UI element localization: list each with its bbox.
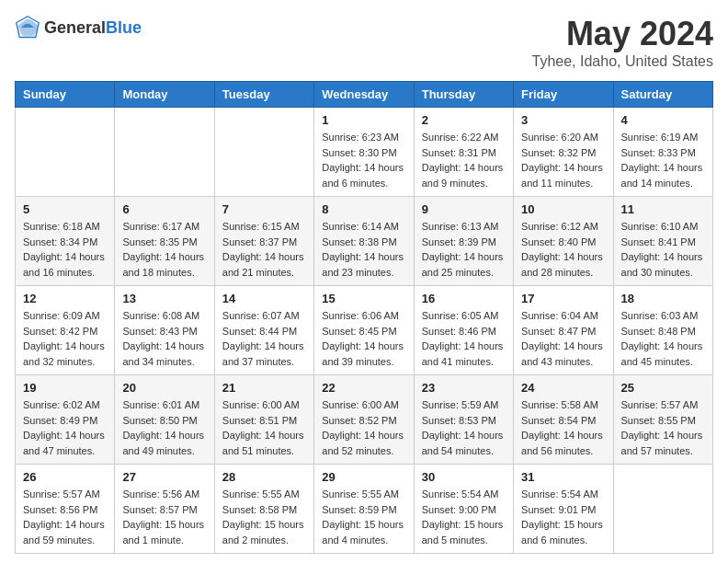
calendar-empty-cell bbox=[613, 465, 712, 554]
month-title: May 2024 bbox=[532, 15, 713, 53]
calendar-week-row: 12Sunrise: 6:09 AMSunset: 8:42 PMDayligh… bbox=[16, 286, 713, 375]
day-number: 10 bbox=[521, 202, 605, 216]
day-number: 24 bbox=[521, 381, 605, 395]
day-info: Sunrise: 6:23 AMSunset: 8:30 PMDaylight:… bbox=[322, 130, 405, 190]
day-info: Sunrise: 6:02 AMSunset: 8:49 PMDaylight:… bbox=[23, 397, 107, 458]
calendar-day-8: 8Sunrise: 6:14 AMSunset: 8:38 PMDaylight… bbox=[314, 197, 414, 286]
day-info: Sunrise: 6:22 AMSunset: 8:31 PMDaylight:… bbox=[422, 130, 506, 190]
day-info: Sunrise: 5:58 AMSunset: 8:54 PMDaylight:… bbox=[521, 397, 605, 458]
calendar-empty-cell bbox=[214, 108, 313, 197]
header: GeneralBlue May 2024 Tyhee, Idaho, Unite… bbox=[15, 15, 713, 70]
calendar-header-wednesday: Wednesday bbox=[314, 82, 414, 108]
calendar-week-row: 1Sunrise: 6:23 AMSunset: 8:30 PMDaylight… bbox=[16, 108, 713, 197]
day-number: 11 bbox=[621, 202, 705, 216]
calendar-day-3: 3Sunrise: 6:20 AMSunset: 8:32 PMDaylight… bbox=[514, 108, 613, 197]
day-info: Sunrise: 6:14 AMSunset: 8:38 PMDaylight:… bbox=[322, 219, 405, 280]
day-info: Sunrise: 5:55 AMSunset: 8:59 PMDaylight:… bbox=[322, 487, 405, 547]
calendar-header-thursday: Thursday bbox=[414, 82, 513, 108]
calendar-header-saturday: Saturday bbox=[613, 82, 712, 108]
day-number: 22 bbox=[322, 381, 405, 395]
day-info: Sunrise: 6:09 AMSunset: 8:42 PMDaylight:… bbox=[23, 308, 107, 369]
day-info: Sunrise: 6:01 AMSunset: 8:50 PMDaylight:… bbox=[122, 397, 206, 458]
logo-blue: Blue bbox=[106, 18, 142, 37]
calendar-day-19: 19Sunrise: 6:02 AMSunset: 8:49 PMDayligh… bbox=[16, 375, 115, 465]
day-info: Sunrise: 6:20 AMSunset: 8:32 PMDaylight:… bbox=[521, 130, 605, 190]
calendar-day-26: 26Sunrise: 5:57 AMSunset: 8:56 PMDayligh… bbox=[16, 465, 115, 554]
day-info: Sunrise: 6:00 AMSunset: 8:52 PMDaylight:… bbox=[322, 397, 405, 458]
calendar-day-29: 29Sunrise: 5:55 AMSunset: 8:59 PMDayligh… bbox=[314, 465, 414, 554]
calendar-day-20: 20Sunrise: 6:01 AMSunset: 8:50 PMDayligh… bbox=[115, 375, 214, 465]
day-number: 6 bbox=[122, 202, 206, 216]
day-number: 3 bbox=[521, 113, 605, 127]
calendar-day-21: 21Sunrise: 6:00 AMSunset: 8:51 PMDayligh… bbox=[214, 375, 313, 465]
calendar-day-12: 12Sunrise: 6:09 AMSunset: 8:42 PMDayligh… bbox=[16, 286, 115, 375]
day-number: 15 bbox=[322, 292, 405, 305]
calendar-header-sunday: Sunday bbox=[16, 82, 115, 108]
calendar-day-17: 17Sunrise: 6:04 AMSunset: 8:47 PMDayligh… bbox=[514, 286, 613, 375]
calendar-day-30: 30Sunrise: 5:54 AMSunset: 9:00 PMDayligh… bbox=[414, 465, 513, 554]
day-number: 12 bbox=[23, 292, 107, 305]
calendar-day-10: 10Sunrise: 6:12 AMSunset: 8:40 PMDayligh… bbox=[514, 197, 613, 286]
day-number: 26 bbox=[23, 470, 107, 484]
calendar-day-25: 25Sunrise: 5:57 AMSunset: 8:55 PMDayligh… bbox=[613, 375, 712, 465]
generalblue-logo-icon bbox=[15, 15, 40, 40]
day-info: Sunrise: 6:03 AMSunset: 8:48 PMDaylight:… bbox=[621, 308, 705, 369]
calendar-header-monday: Monday bbox=[115, 82, 214, 108]
day-number: 8 bbox=[322, 202, 405, 216]
day-info: Sunrise: 5:54 AMSunset: 9:00 PMDaylight:… bbox=[422, 487, 506, 547]
day-number: 19 bbox=[23, 381, 107, 395]
day-number: 23 bbox=[422, 381, 506, 395]
calendar-day-2: 2Sunrise: 6:22 AMSunset: 8:31 PMDaylight… bbox=[414, 108, 513, 197]
day-number: 13 bbox=[122, 292, 206, 305]
calendar-day-6: 6Sunrise: 6:17 AMSunset: 8:35 PMDaylight… bbox=[115, 197, 214, 286]
calendar-day-23: 23Sunrise: 5:59 AMSunset: 8:53 PMDayligh… bbox=[414, 375, 513, 465]
day-info: Sunrise: 6:17 AMSunset: 8:35 PMDaylight:… bbox=[122, 219, 206, 280]
calendar-day-14: 14Sunrise: 6:07 AMSunset: 8:44 PMDayligh… bbox=[214, 286, 313, 375]
day-info: Sunrise: 5:57 AMSunset: 8:55 PMDaylight:… bbox=[621, 397, 705, 458]
day-number: 25 bbox=[621, 381, 705, 395]
calendar-day-1: 1Sunrise: 6:23 AMSunset: 8:30 PMDaylight… bbox=[314, 108, 414, 197]
day-info: Sunrise: 5:56 AMSunset: 8:57 PMDaylight:… bbox=[122, 487, 206, 547]
calendar-week-row: 19Sunrise: 6:02 AMSunset: 8:49 PMDayligh… bbox=[16, 375, 713, 465]
day-number: 5 bbox=[23, 202, 107, 216]
day-number: 4 bbox=[621, 113, 705, 127]
day-number: 17 bbox=[521, 292, 605, 305]
day-number: 30 bbox=[422, 470, 506, 484]
day-info: Sunrise: 6:08 AMSunset: 8:43 PMDaylight:… bbox=[122, 308, 206, 369]
calendar-table: SundayMondayTuesdayWednesdayThursdayFrid… bbox=[15, 81, 713, 554]
calendar-header-row: SundayMondayTuesdayWednesdayThursdayFrid… bbox=[16, 82, 713, 108]
day-info: Sunrise: 6:06 AMSunset: 8:45 PMDaylight:… bbox=[322, 308, 405, 369]
day-number: 9 bbox=[422, 202, 506, 216]
calendar-day-22: 22Sunrise: 6:00 AMSunset: 8:52 PMDayligh… bbox=[314, 375, 414, 465]
calendar-header-friday: Friday bbox=[514, 82, 613, 108]
day-info: Sunrise: 6:13 AMSunset: 8:39 PMDaylight:… bbox=[422, 219, 506, 280]
calendar-day-16: 16Sunrise: 6:05 AMSunset: 8:46 PMDayligh… bbox=[414, 286, 513, 375]
calendar-day-7: 7Sunrise: 6:15 AMSunset: 8:37 PMDaylight… bbox=[214, 197, 313, 286]
day-info: Sunrise: 6:12 AMSunset: 8:40 PMDaylight:… bbox=[521, 219, 605, 280]
day-number: 14 bbox=[222, 292, 306, 305]
day-number: 1 bbox=[322, 113, 405, 127]
day-number: 21 bbox=[222, 381, 306, 395]
day-info: Sunrise: 5:55 AMSunset: 8:58 PMDaylight:… bbox=[222, 487, 306, 547]
calendar-week-row: 5Sunrise: 6:18 AMSunset: 8:34 PMDaylight… bbox=[16, 197, 713, 286]
day-number: 31 bbox=[521, 470, 605, 484]
day-number: 20 bbox=[122, 381, 206, 395]
calendar-empty-cell bbox=[16, 108, 115, 197]
day-info: Sunrise: 6:05 AMSunset: 8:46 PMDaylight:… bbox=[422, 308, 506, 369]
calendar-day-28: 28Sunrise: 5:55 AMSunset: 8:58 PMDayligh… bbox=[214, 465, 313, 554]
day-number: 28 bbox=[222, 470, 306, 484]
day-info: Sunrise: 6:18 AMSunset: 8:34 PMDaylight:… bbox=[23, 219, 107, 280]
calendar-day-4: 4Sunrise: 6:19 AMSunset: 8:33 PMDaylight… bbox=[613, 108, 712, 197]
calendar-day-24: 24Sunrise: 5:58 AMSunset: 8:54 PMDayligh… bbox=[514, 375, 613, 465]
location-title: Tyhee, Idaho, United States bbox=[532, 53, 713, 70]
calendar-day-15: 15Sunrise: 6:06 AMSunset: 8:45 PMDayligh… bbox=[314, 286, 414, 375]
day-number: 18 bbox=[621, 292, 705, 305]
day-number: 29 bbox=[322, 470, 405, 484]
calendar-day-11: 11Sunrise: 6:10 AMSunset: 8:41 PMDayligh… bbox=[613, 197, 712, 286]
calendar-header-tuesday: Tuesday bbox=[214, 82, 313, 108]
calendar-day-31: 31Sunrise: 5:54 AMSunset: 9:01 PMDayligh… bbox=[514, 465, 613, 554]
logo-name: GeneralBlue bbox=[44, 18, 142, 38]
day-info: Sunrise: 6:07 AMSunset: 8:44 PMDaylight:… bbox=[222, 308, 306, 369]
day-number: 16 bbox=[422, 292, 506, 305]
calendar-day-27: 27Sunrise: 5:56 AMSunset: 8:57 PMDayligh… bbox=[115, 465, 214, 554]
